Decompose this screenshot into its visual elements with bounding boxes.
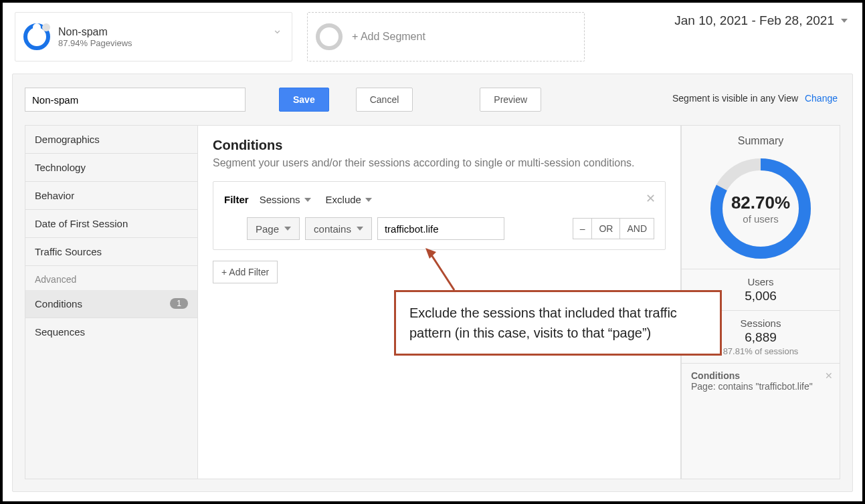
conditions-count-badge: 1 — [170, 298, 188, 309]
sidebar-item-traffic-sources[interactable]: Traffic Sources — [25, 238, 197, 266]
filter-scope-dropdown[interactable]: Sessions — [256, 191, 315, 208]
cancel-button[interactable]: Cancel — [356, 88, 413, 112]
segment-name: Non-spam — [58, 26, 132, 38]
segment-card[interactable]: Non-spam 87.94% Pageviews ⌄ — [15, 12, 292, 61]
sidebar-item-behavior[interactable]: Behavior — [25, 182, 197, 210]
chevron-down-icon — [841, 19, 848, 23]
logic-group: – OR AND — [573, 218, 654, 239]
sidebar-item-technology[interactable]: Technology — [25, 154, 197, 182]
conditions-sum-text: Page: contains "trafficbot.life" — [691, 381, 813, 392]
donut-icon — [23, 23, 50, 50]
summary-of-users: of users — [743, 213, 778, 225]
save-button[interactable]: Save — [279, 88, 329, 112]
conditions-sum-title: Conditions — [691, 370, 740, 381]
filter-box: Filter Sessions Exclude ✕ Page contains … — [213, 181, 666, 250]
remove-condition-icon[interactable]: ✕ — [825, 370, 833, 381]
summary-title: Summary — [682, 135, 840, 147]
filter-mode-dropdown[interactable]: Exclude — [322, 191, 376, 208]
chevron-down-icon[interactable]: ⌄ — [272, 22, 282, 37]
sidebar-item-conditions[interactable]: Conditions 1 — [25, 290, 197, 318]
preview-button[interactable]: Preview — [480, 88, 541, 112]
add-segment-label: + Add Segment — [352, 31, 425, 43]
segment-sub: 87.94% Pageviews — [58, 38, 132, 48]
sidebar-advanced-header: Advanced — [25, 266, 197, 290]
sidebar: Demographics Technology Behavior Date of… — [25, 125, 197, 479]
filter-value-input[interactable] — [377, 217, 504, 240]
operator-dropdown[interactable]: contains — [305, 217, 372, 240]
segment-visibility: Segment is visible in any View Change — [672, 93, 838, 104]
sidebar-item-sequences[interactable]: Sequences — [25, 318, 197, 346]
svg-line-2 — [429, 252, 454, 290]
conditions-desc: Segment your users and/or their sessions… — [213, 157, 666, 169]
annotation-arrow — [424, 247, 464, 293]
summary-donut: 82.70% of users — [707, 155, 814, 262]
remove-condition-button[interactable]: – — [573, 219, 593, 239]
or-button[interactable]: OR — [592, 219, 620, 239]
and-button[interactable]: AND — [620, 219, 654, 239]
summary-pct: 82.70% — [731, 193, 790, 213]
segment-name-input[interactable] — [25, 88, 246, 112]
dimension-dropdown[interactable]: Page — [247, 217, 300, 240]
circle-icon — [316, 23, 343, 50]
users-label: Users — [682, 276, 840, 287]
remove-filter-icon[interactable]: ✕ — [646, 191, 656, 206]
change-visibility-link[interactable]: Change — [805, 93, 838, 104]
conditions-title: Conditions — [213, 138, 666, 153]
sidebar-item-date-first-session[interactable]: Date of First Session — [25, 210, 197, 238]
filter-label: Filter — [224, 194, 249, 205]
date-range-text: Jan 10, 2021 - Feb 28, 2021 — [674, 13, 834, 28]
add-segment-card[interactable]: + Add Segment — [307, 12, 585, 61]
sidebar-item-demographics[interactable]: Demographics — [25, 126, 197, 154]
add-filter-button[interactable]: + Add Filter — [213, 261, 278, 283]
annotation-box: Exclude the sessions that included that … — [394, 290, 722, 356]
date-range-picker[interactable]: Jan 10, 2021 - Feb 28, 2021 — [674, 13, 848, 28]
svg-marker-3 — [425, 248, 436, 259]
